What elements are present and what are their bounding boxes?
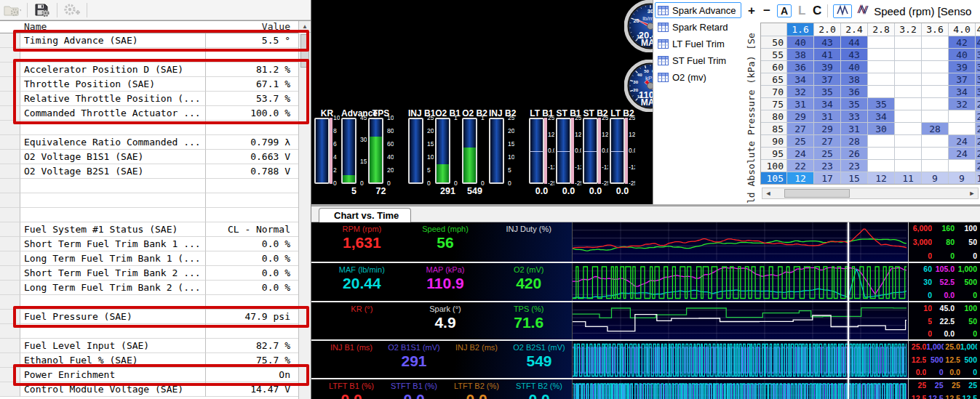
- table-row[interactable]: Timing Advance (SAE)5.5 °: [0, 33, 298, 48]
- table-cell[interactable]: 23: [841, 160, 868, 172]
- table-row[interactable]: O2 Voltage B2S1 (SAE)0.788 V: [0, 164, 298, 179]
- row-header-85[interactable]: 85: [761, 123, 787, 135]
- row-selector[interactable]: [0, 179, 20, 193]
- table-cell[interactable]: [922, 148, 949, 160]
- table-cell[interactable]: 24: [949, 148, 976, 160]
- table-cell[interactable]: [868, 135, 895, 148]
- row-selector[interactable]: [0, 266, 20, 281]
- table-cell[interactable]: 29: [787, 110, 814, 123]
- row-selector[interactable]: [0, 208, 20, 222]
- table-cell[interactable]: 2: [976, 110, 980, 123]
- table-cell[interactable]: [895, 123, 922, 135]
- toolbar-button-plus[interactable]: +: [746, 4, 757, 18]
- table-cell[interactable]: [868, 148, 895, 160]
- row-header-65[interactable]: 65: [761, 73, 787, 86]
- table-cell[interactable]: 9: [949, 172, 976, 185]
- table-cell[interactable]: [895, 98, 922, 110]
- table-row[interactable]: [0, 295, 298, 310]
- table-row[interactable]: Fuel Level Input (SAE)82.7 %: [0, 339, 298, 353]
- table-cell[interactable]: 43: [814, 36, 841, 49]
- row-header-75[interactable]: 75: [761, 98, 787, 110]
- table-cell[interactable]: [949, 123, 976, 135]
- table-cell[interactable]: 41: [814, 49, 841, 61]
- table-cell[interactable]: 34: [787, 73, 814, 86]
- row-selector[interactable]: [0, 237, 20, 251]
- table-cell[interactable]: [868, 61, 895, 73]
- table-cell[interactable]: 28: [841, 135, 868, 148]
- table-cell[interactable]: 23: [814, 160, 841, 172]
- row-selector[interactable]: [0, 150, 20, 164]
- table-cell[interactable]: 2: [976, 123, 980, 135]
- row-header-50[interactable]: 50: [761, 36, 787, 49]
- table-cell[interactable]: [922, 135, 949, 148]
- row-selector[interactable]: [0, 222, 20, 237]
- table-cell[interactable]: [895, 49, 922, 61]
- chart-cursor[interactable]: [848, 222, 849, 399]
- table-cell[interactable]: 12: [868, 172, 895, 185]
- table-cell[interactable]: 27: [787, 123, 814, 135]
- table-cell[interactable]: 12: [787, 172, 814, 185]
- row-header-60[interactable]: 60: [761, 61, 787, 73]
- table-row[interactable]: Relative Throttle Position (...53.7 %: [0, 92, 298, 106]
- row-selector[interactable]: [0, 48, 20, 63]
- table-cell[interactable]: [922, 49, 949, 61]
- add-parameter-button[interactable]: [63, 2, 81, 18]
- table-cell[interactable]: [949, 160, 976, 172]
- table-cell[interactable]: [895, 160, 922, 172]
- table-cell[interactable]: 36: [787, 61, 814, 73]
- table-cell[interactable]: 3: [976, 86, 980, 98]
- table-cell[interactable]: 43: [841, 49, 868, 61]
- row-selector[interactable]: [0, 310, 20, 324]
- table-cell[interactable]: [895, 73, 922, 86]
- table-cell[interactable]: 34: [814, 98, 841, 110]
- table-cell[interactable]: [895, 110, 922, 123]
- table-cell[interactable]: 22: [787, 160, 814, 172]
- row-header-100[interactable]: 100: [761, 160, 787, 172]
- row-header-105[interactable]: 105: [761, 172, 787, 185]
- row-selector[interactable]: [0, 295, 20, 310]
- table-row[interactable]: Power EnrichmentOn: [0, 368, 298, 382]
- table-cell[interactable]: 25: [787, 135, 814, 148]
- table-cell[interactable]: 39: [949, 61, 976, 73]
- legend-item-spark-retard[interactable]: Spark Retard: [655, 19, 741, 35]
- table-cell[interactable]: 40: [787, 36, 814, 49]
- row-selector[interactable]: [0, 63, 20, 77]
- table-cell[interactable]: [895, 148, 922, 160]
- table-row[interactable]: [0, 208, 298, 222]
- row-selector[interactable]: [0, 135, 20, 150]
- table-row[interactable]: Fuel Pressure (SAE)47.9 psi: [0, 310, 298, 324]
- table-cell[interactable]: 42: [949, 36, 976, 49]
- table-cell[interactable]: 2: [976, 148, 980, 160]
- table-cell[interactable]: 1: [976, 172, 980, 185]
- row-selector[interactable]: [0, 33, 20, 48]
- table-cell[interactable]: [895, 135, 922, 148]
- table-cell[interactable]: [922, 98, 949, 110]
- scrollbar-thumb[interactable]: [300, 34, 309, 68]
- table-row[interactable]: [0, 121, 298, 135]
- table-row[interactable]: Long Term Fuel Trim Bank 2 (...0.0 %: [0, 281, 298, 295]
- toolbar-button-minus[interactable]: −: [762, 4, 772, 18]
- row-header-95[interactable]: 95: [761, 148, 787, 160]
- row-selector[interactable]: [0, 382, 20, 397]
- table-cell[interactable]: [922, 160, 949, 172]
- scroll-up-button[interactable]: ▲: [299, 21, 311, 33]
- table-cell[interactable]: 15: [841, 172, 868, 185]
- table-cell[interactable]: 26: [841, 148, 868, 160]
- toolbar-button-a[interactable]: A: [777, 4, 792, 17]
- table-cell[interactable]: 11: [895, 172, 922, 185]
- column-header-4.0[interactable]: 4.0: [949, 23, 976, 36]
- table-cell[interactable]: [895, 86, 922, 98]
- table-cell[interactable]: 44: [841, 36, 868, 49]
- trace-style-button-2[interactable]: [857, 4, 869, 18]
- table-row[interactable]: Accelerator Position D (SAE)81.2 %: [0, 63, 298, 77]
- table-cell[interactable]: [868, 36, 895, 49]
- table-cell[interactable]: 4: [976, 36, 980, 49]
- toolbar-button-c[interactable]: C: [812, 4, 822, 18]
- table-cell[interactable]: 25: [814, 148, 841, 160]
- table-cell[interactable]: 24: [787, 148, 814, 160]
- table-row[interactable]: Throttle Position (SAE)67.1 %: [0, 77, 298, 92]
- row-selector[interactable]: [0, 353, 20, 368]
- scrollbar-thumb[interactable]: [784, 189, 850, 198]
- row-header-90[interactable]: 90: [761, 135, 787, 148]
- table-cell[interactable]: [922, 73, 949, 86]
